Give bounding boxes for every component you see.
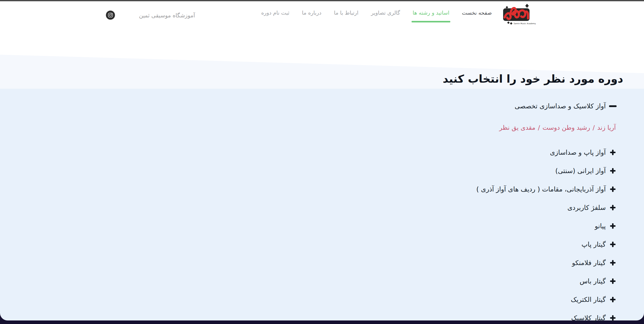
nav-item-teachers-disciplines[interactable]: اساتید و رشته ها [413,10,449,17]
nav-item-label: اساتید و رشته ها [413,10,449,16]
top-strip [0,0,644,1]
accordion-item-label[interactable]: آواز پاپ و صداسازی [550,149,606,156]
accordion-item[interactable]: گیتار فلامنکو [572,258,616,267]
accordion-item[interactable]: آواز ایرانی (سنتی) [555,166,616,175]
nav-item-home[interactable]: صفحه نخست [462,10,492,17]
accordion-item-label[interactable]: گیتار باس [580,277,606,285]
teacher-links: آریا زند / رشید وطن دوست / مقدی یق نظر [499,123,616,132]
logo-subtitle: Samin Music Academy [514,22,531,25]
accordion-item[interactable]: گیتار کلاسیک [571,313,616,322]
accordion-item-label[interactable]: آواز کلاسیک و صداسازی تخصصی [515,102,606,110]
teacher-link[interactable]: مقدی یق نظر [499,124,535,131]
minus-icon[interactable] [610,103,616,109]
page: آموزشگاه موسیقی ثمین صفحه نخست اساتید و … [0,0,644,324]
plus-icon[interactable] [610,315,616,321]
header: آموزشگاه موسیقی ثمین صفحه نخست اساتید و … [0,1,644,55]
nav-item-about[interactable]: درباره ما [302,10,321,17]
plus-icon[interactable] [610,278,616,284]
nav-item-gallery[interactable]: گالری تصاویر [371,10,400,17]
instagram-icon [106,16,115,21]
site-logo[interactable]: Samin Music Academy [503,3,531,26]
accordion-item-label[interactable]: گیتار الکتریک [571,296,606,303]
plus-icon[interactable] [610,260,616,266]
plus-icon[interactable] [610,297,616,303]
teacher-separator: / [538,124,540,131]
accordion-item-label[interactable]: گیتار کلاسیک [571,314,606,322]
plus-icon[interactable] [610,149,616,155]
plus-icon[interactable] [610,241,616,247]
accordion-item-label[interactable]: گیتار فلامنکو [572,259,606,267]
nav-item-register[interactable]: ثبت نام دوره [261,10,289,17]
plus-icon[interactable] [610,168,616,174]
accordion-item[interactable]: گیتار باس [580,277,616,286]
teacher-link[interactable]: رشید وطن دوست [543,124,590,131]
teacher-link[interactable]: آریا زند [597,124,616,131]
accordion-item-expanded[interactable]: آواز کلاسیک و صداسازی تخصصی [515,102,616,111]
main-nav: صفحه نخست اساتید و رشته ها گالری تصاویر … [261,10,492,17]
accordion-item[interactable]: گیتار الکتریک [571,295,616,304]
accordion-item-label[interactable]: پیانو [595,222,606,230]
accordion-item[interactable]: آواز پاپ و صداسازی [550,148,616,157]
accordion-item-label[interactable]: گیتار پاپ [582,241,606,248]
active-nav-underline [412,21,450,22]
plus-icon[interactable] [610,223,616,229]
accordion-item-label[interactable]: آواز ایرانی (سنتی) [555,167,606,175]
accordion-item[interactable]: سلفژ کاربردی [567,203,616,212]
plus-icon[interactable] [610,205,616,211]
accordion-item[interactable]: آواز آذربایجانی، مقامات ( ردیف های آواز … [476,185,616,194]
brand-text[interactable]: آموزشگاه موسیقی ثمین [145,12,195,19]
courses-accordion: آواز کلاسیک و صداسازی تخصصی آریا زند / ر… [476,102,616,324]
nav-item-contact[interactable]: ارتباط با ما [334,10,358,17]
plus-icon[interactable] [610,186,616,192]
page-title: دوره مورد نظر خود را انتخاب کنید [443,73,623,85]
accordion-item[interactable]: گیتار پاپ [582,240,616,249]
instagram-button[interactable] [106,10,115,20]
accordion-item-label[interactable]: سلفژ کاربردی [567,204,606,211]
accordion-item[interactable]: پیانو [595,221,616,231]
accordion-item-label[interactable]: آواز آذربایجانی، مقامات ( ردیف های آواز … [476,185,606,193]
teacher-separator: / [593,124,595,131]
